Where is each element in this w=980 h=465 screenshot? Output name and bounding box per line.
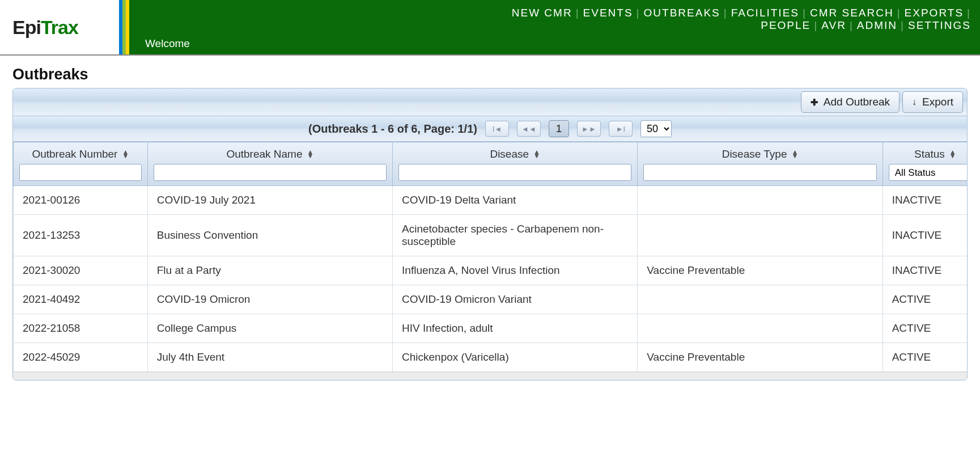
top-nav-area: NEW CMR|EVENTS|OUTBREAKS|FACILITIES|CMR … (129, 0, 980, 54)
sort-icon[interactable]: ▲▼ (949, 150, 956, 158)
first-page-icon: I◄ (493, 125, 502, 133)
filter-input-disease[interactable] (398, 164, 631, 181)
page-size-select[interactable]: 50 (640, 120, 672, 137)
cell-disease: Influenza A, Novel Virus Infection (393, 256, 638, 285)
nav-link-settings[interactable]: SETTINGS (908, 19, 971, 32)
filter-select-status[interactable]: All Status (889, 164, 967, 181)
table-row[interactable]: 2021-40492COVID-19 OmicronCOVID-19 Omicr… (14, 285, 968, 314)
column-header-dtype[interactable]: Disease Type▲▼ (638, 142, 883, 186)
cell-disease: COVID-19 Delta Variant (393, 186, 638, 215)
download-icon: ↓ (912, 97, 917, 107)
cell-dtype: Vaccine Preventable (638, 256, 883, 285)
cell-number: 2022-45029 (14, 343, 148, 372)
cell-status: ACTIVE (883, 343, 967, 372)
sort-icon[interactable]: ▲▼ (122, 150, 129, 158)
pager-prev-button[interactable]: ◄◄ (517, 121, 541, 137)
toolbar: ✚ Add Outbreak ↓ Export (13, 88, 967, 116)
last-page-icon: ►I (616, 125, 625, 133)
logo: EpiTrax (0, 0, 119, 54)
app-header: EpiTrax NEW CMR|EVENTS|OUTBREAKS|FACILIT… (0, 0, 980, 56)
plus-icon: ✚ (811, 97, 818, 108)
nav-link-admin[interactable]: ADMIN (857, 19, 897, 32)
nav-link-cmr-search[interactable]: CMR SEARCH (810, 7, 894, 19)
column-header-status[interactable]: Status▲▼All Status (883, 142, 967, 186)
next-page-icon: ►► (582, 125, 596, 133)
sort-icon[interactable]: ▲▼ (791, 150, 798, 158)
cell-number: 2022-21058 (14, 314, 148, 343)
content: Outbreaks ✚ Add Outbreak ↓ Export (Outbr… (0, 56, 980, 391)
pager-bar: (Outbreaks 1 - 6 of 6, Page: 1/1) I◄ ◄◄ … (13, 116, 967, 142)
cell-name: Flu at a Party (147, 256, 392, 285)
column-label: Outbreak Name (226, 148, 302, 160)
table-header-row: Outbreak Number▲▼Outbreak Name▲▼Disease▲… (14, 142, 968, 186)
horizontal-scrollbar[interactable] (13, 372, 967, 380)
nav-separator: | (724, 7, 728, 19)
cell-name: Business Convention (147, 215, 392, 256)
nav-separator: | (901, 19, 905, 32)
cell-dtype (638, 215, 883, 256)
export-label: Export (922, 96, 953, 108)
nav-separator: | (576, 7, 580, 19)
cell-name: College Campus (147, 314, 392, 343)
filter-input-dtype[interactable] (643, 164, 876, 181)
nav-separator: | (637, 7, 640, 19)
cell-status: ACTIVE (883, 285, 967, 314)
sort-icon[interactable]: ▲▼ (307, 150, 314, 158)
cell-number: 2021-00126 (14, 186, 148, 215)
cell-name: COVID-19 Omicron (147, 285, 392, 314)
cell-number: 2021-30020 (14, 256, 148, 285)
filter-input-name[interactable] (154, 164, 387, 181)
nav-separator: | (814, 19, 818, 32)
nav-separator: | (850, 19, 854, 32)
column-header-name[interactable]: Outbreak Name▲▼ (147, 142, 392, 186)
cell-number: 2021-40492 (14, 285, 148, 314)
cell-disease: COVID-19 Omicron Variant (393, 285, 638, 314)
logo-part1: Epi (12, 16, 41, 39)
prev-page-icon: ◄◄ (521, 125, 536, 133)
outbreaks-table: Outbreak Number▲▼Outbreak Name▲▼Disease▲… (13, 142, 967, 372)
nav-link-events[interactable]: EVENTS (583, 7, 633, 19)
add-outbreak-button[interactable]: ✚ Add Outbreak (801, 91, 900, 113)
cell-status: INACTIVE (883, 256, 967, 285)
nav-link-avr[interactable]: AVR (821, 19, 846, 32)
table-body: 2021-00126COVID-19 July 2021COVID-19 Del… (14, 186, 968, 372)
page-title: Outbreaks (12, 66, 968, 83)
welcome-text: Welcome (145, 37, 971, 50)
cell-name: COVID-19 July 2021 (147, 186, 392, 215)
nav-link-outbreaks[interactable]: OUTBREAKS (644, 7, 720, 19)
nav-link-exports[interactable]: EXPORTS (905, 7, 964, 19)
table-row[interactable]: 2021-00126COVID-19 July 2021COVID-19 Del… (14, 186, 968, 215)
column-label: Status (914, 148, 945, 160)
cell-dtype (638, 314, 883, 343)
nav-row-2: PEOPLE|AVR|ADMIN|SETTINGS (145, 19, 971, 32)
pager-first-button[interactable]: I◄ (485, 121, 509, 137)
pager-last-button[interactable]: ►I (609, 121, 633, 137)
column-header-disease[interactable]: Disease▲▼ (393, 142, 638, 186)
sort-icon[interactable]: ▲▼ (533, 150, 540, 158)
pager-summary: (Outbreaks 1 - 6 of 6, Page: 1/1) (308, 122, 477, 136)
nav-link-people[interactable]: PEOPLE (761, 19, 811, 32)
cell-status: INACTIVE (883, 215, 967, 256)
table-row[interactable]: 2022-21058College CampusHIV Infection, a… (14, 314, 968, 343)
cell-disease: Chickenpox (Varicella) (393, 343, 638, 372)
outbreaks-panel: ✚ Add Outbreak ↓ Export (Outbreaks 1 - 6… (12, 88, 968, 381)
pager-next-button[interactable]: ►► (577, 121, 601, 137)
nav-separator: | (967, 7, 971, 19)
column-label: Outbreak Number (32, 148, 117, 160)
nav-link-facilities[interactable]: FACILITIES (731, 7, 799, 19)
export-button[interactable]: ↓ Export (902, 91, 963, 113)
column-header-number[interactable]: Outbreak Number▲▼ (14, 142, 148, 186)
table-row[interactable]: 2021-13253Business ConventionAcinetobact… (14, 215, 968, 256)
cell-disease: Acinetobacter species - Carbapenem non-s… (393, 215, 638, 256)
nav-link-new-cmr[interactable]: NEW CMR (512, 7, 572, 19)
cell-name: July 4th Event (147, 343, 392, 372)
table-row[interactable]: 2021-30020Flu at a PartyInfluenza A, Nov… (14, 256, 968, 285)
table-scroll[interactable]: Outbreak Number▲▼Outbreak Name▲▼Disease▲… (13, 142, 967, 372)
filter-input-number[interactable] (19, 164, 142, 181)
table-row[interactable]: 2022-45029July 4th EventChickenpox (Vari… (14, 343, 968, 372)
add-outbreak-label: Add Outbreak (824, 96, 890, 108)
column-label: Disease (490, 148, 529, 160)
cell-dtype: Vaccine Preventable (638, 343, 883, 372)
cell-dtype (638, 285, 883, 314)
cell-status: ACTIVE (883, 314, 967, 343)
